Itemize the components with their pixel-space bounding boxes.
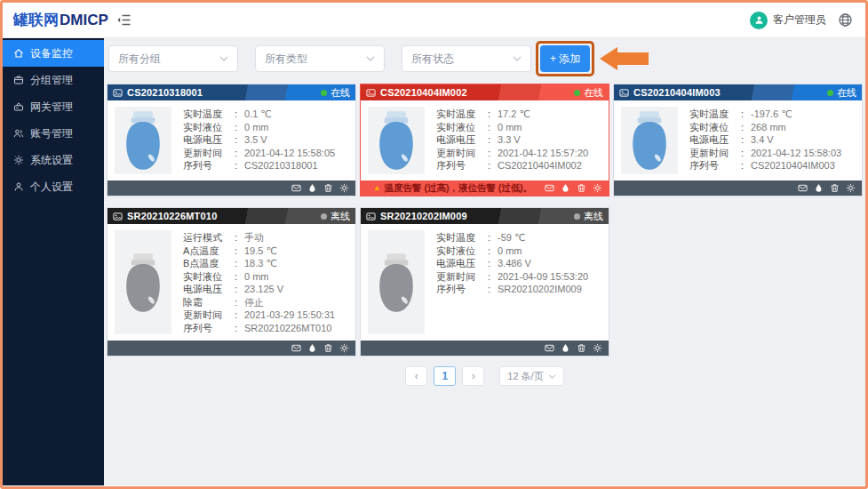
sidebar-item-label: 账号管理 (30, 126, 73, 141)
droplet-icon[interactable] (307, 183, 317, 193)
field-value: 2021-04-09 15:53:20 (498, 270, 588, 284)
device-field-row: B点温度:18.3 ℃ (183, 257, 348, 270)
field-value: SR20210226MT010 (244, 322, 331, 335)
user-menu[interactable]: 客户管理员 (750, 12, 826, 29)
filter-select-value: 所有类型 (265, 52, 307, 67)
filter-select-value: 所有分组 (118, 52, 161, 67)
message-icon[interactable] (545, 343, 554, 353)
device-field-row: 更新时间:2021-03-29 15:50:31 (183, 309, 348, 322)
trash-icon[interactable] (577, 343, 586, 353)
gear-icon[interactable] (339, 183, 349, 193)
droplet-icon[interactable] (561, 343, 570, 353)
droplet-icon[interactable] (561, 183, 570, 193)
sidebar-item-group-management[interactable]: 分组管理 (3, 67, 104, 93)
message-icon[interactable] (291, 343, 301, 353)
tank-image (115, 107, 171, 174)
app-shell: 设备监控分组管理网关管理账号管理系统设置个人设置 所有分组所有类型所有状态 + … (3, 38, 865, 485)
page-size-select[interactable]: 12 条/页 (499, 366, 563, 386)
field-colon: : (488, 283, 498, 296)
trash-icon[interactable] (577, 183, 586, 193)
device-card-body: 实时温度:17.2 ℃实时液位:0 mm电源电压:3.3 V更新时间:2021-… (361, 100, 609, 180)
field-value: CS20210318001 (244, 159, 318, 172)
trash-icon[interactable] (830, 183, 840, 193)
user-name: 客户管理员 (773, 12, 826, 28)
field-value: 3.4 V (751, 133, 774, 147)
message-icon[interactable] (545, 183, 554, 193)
next-page-button[interactable]: › (462, 366, 484, 386)
field-label: 实时液位 (183, 270, 235, 284)
sidebar-item-label: 设备监控 (30, 46, 73, 61)
trash-icon[interactable] (323, 343, 333, 353)
sidebar-item-device-monitor[interactable]: 设备监控 (3, 40, 104, 67)
filter-select-type[interactable]: 所有类型 (255, 45, 385, 72)
field-colon: : (488, 231, 498, 244)
top-header: 罐联网DMICP 客户管理员 (3, 3, 865, 38)
field-colon: : (235, 108, 244, 121)
filter-select-status[interactable]: 所有状态 (402, 45, 531, 72)
device-card: CS20210404IM003在线实时温度:-197.6 ℃实时液位:268 m… (613, 84, 863, 196)
field-value: 2021-04-12 15:58:03 (751, 147, 841, 160)
trash-icon[interactable] (323, 183, 333, 193)
sidebar-item-system-settings[interactable]: 系统设置 (3, 147, 104, 173)
sidebar-item-account-management[interactable]: 账号管理 (3, 120, 104, 147)
field-value: 0.1 ℃ (244, 108, 272, 121)
field-value: 2021-04-12 15:58:05 (244, 147, 335, 160)
device-field-row: 序列号:SR20210202IM009 (436, 283, 601, 296)
field-value: -59 ℃ (498, 231, 525, 244)
tank-image (368, 107, 425, 174)
field-value: CS20210404IM003 (751, 159, 835, 172)
menu-collapse-icon[interactable] (116, 13, 131, 27)
status-dot-icon (321, 90, 327, 96)
chevron-down-icon (219, 56, 228, 61)
droplet-icon[interactable] (814, 183, 824, 193)
field-colon: : (235, 296, 244, 309)
device-field-row: A点温度:19.5 ℃ (183, 244, 348, 258)
field-label: 更新时间 (436, 147, 488, 160)
field-label: B点温度 (183, 257, 235, 270)
field-label: 实时温度 (689, 108, 741, 121)
device-card: CS20210318001在线实时温度:0.1 ℃实时液位:0 mm电源电压:3… (107, 84, 356, 196)
person-icon (13, 181, 24, 192)
device-field-row: 更新时间:2021-04-12 15:57:20 (436, 147, 601, 160)
device-field-row: 电源电压:3.486 V (436, 257, 601, 270)
gear-icon[interactable] (593, 183, 602, 193)
image-icon (113, 88, 123, 98)
device-field-row: 更新时间:2021-04-12 15:58:05 (183, 147, 348, 160)
device-field-row: 实时液位:0 mm (183, 270, 348, 284)
field-value: 23.125 V (244, 283, 283, 296)
field-colon: : (488, 159, 498, 172)
alarm-message: ▲温度告警 (过高)，液位告警 (过低)。 (367, 182, 538, 195)
app-window: 罐联网DMICP 客户管理员 (0, 0, 868, 489)
device-serial-title: CS20210404IM002 (380, 87, 467, 98)
field-label: 序列号 (183, 159, 235, 172)
device-field-row: 电源电压:23.125 V (183, 283, 348, 296)
field-label: 更新时间 (689, 147, 741, 160)
gear-icon[interactable] (846, 183, 856, 193)
device-card-footer (108, 341, 355, 356)
sidebar-item-personal-settings[interactable]: 个人设置 (3, 173, 104, 200)
device-serial-title: CS20210318001 (127, 87, 203, 98)
status-label: 在线 (330, 86, 350, 100)
prev-page-button[interactable]: ‹ (405, 366, 427, 386)
gear-icon[interactable] (339, 343, 349, 353)
gear-icon[interactable] (593, 343, 602, 353)
field-colon: : (488, 147, 498, 160)
page-number-button[interactable]: 1 (434, 366, 456, 386)
field-value: 0 mm (244, 270, 269, 284)
field-value: 3.486 V (498, 257, 531, 270)
annotation-arrow-head-icon (600, 47, 617, 70)
field-label: 实时液位 (689, 121, 741, 134)
device-card: SR20210226MT010离线运行模式:手动A点温度:19.5 ℃B点温度:… (107, 207, 356, 357)
language-globe-icon[interactable] (838, 12, 853, 28)
message-icon[interactable] (291, 183, 301, 193)
sidebar-item-gateway-management[interactable]: 网关管理 (3, 93, 104, 120)
field-value: 2021-04-12 15:57:20 (498, 147, 588, 160)
filter-select-group[interactable]: 所有分组 (108, 45, 238, 72)
field-value: 268 mm (751, 121, 786, 134)
message-icon[interactable] (798, 183, 808, 193)
field-label: 电源电压 (436, 133, 488, 147)
droplet-icon[interactable] (307, 343, 317, 353)
add-button[interactable]: + 添加 (540, 45, 590, 72)
home-icon (13, 48, 24, 59)
field-value: 0 mm (498, 244, 522, 258)
